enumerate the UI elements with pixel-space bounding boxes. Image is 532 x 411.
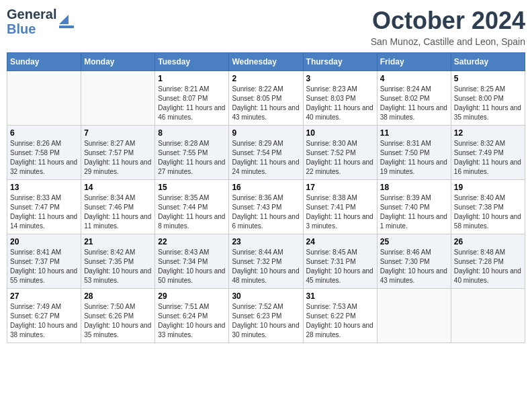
logo: General Blue — [7, 7, 74, 36]
day-info: Sunrise: 8:41 AMSunset: 7:37 PMDaylight:… — [10, 248, 77, 284]
day-number: 25 — [380, 237, 448, 246]
weekday-header-wednesday: Wednesday — [229, 53, 303, 71]
day-info: Sunrise: 8:42 AMSunset: 7:35 PMDaylight:… — [84, 248, 151, 284]
day-info: Sunrise: 8:28 AMSunset: 7:55 PMDaylight:… — [158, 140, 225, 175]
day-cell — [7, 71, 81, 126]
day-cell: 28Sunrise: 7:50 AMSunset: 6:26 PMDayligh… — [81, 289, 155, 343]
weekday-header-row: SundayMondayTuesdayWednesdayThursdayFrid… — [7, 53, 525, 71]
day-info: Sunrise: 7:53 AMSunset: 6:22 PMDaylight:… — [306, 303, 373, 338]
day-cell: 30Sunrise: 7:52 AMSunset: 6:23 PMDayligh… — [229, 289, 303, 343]
day-number: 14 — [84, 183, 152, 192]
day-number: 28 — [84, 291, 152, 301]
day-cell: 2Sunrise: 8:22 AMSunset: 8:05 PMDaylight… — [229, 71, 303, 126]
day-number: 7 — [84, 128, 152, 138]
day-number: 27 — [10, 291, 78, 301]
day-info: Sunrise: 8:32 AMSunset: 7:49 PMDaylight:… — [454, 140, 521, 175]
day-info: Sunrise: 8:44 AMSunset: 7:32 PMDaylight:… — [232, 248, 299, 284]
day-info: Sunrise: 8:38 AMSunset: 7:41 PMDaylight:… — [306, 194, 373, 230]
day-cell: 8Sunrise: 8:28 AMSunset: 7:55 PMDaylight… — [155, 126, 229, 180]
day-number: 3 — [306, 74, 374, 83]
day-number: 22 — [158, 237, 226, 246]
title-section: October 2024 San Munoz, Castille and Leo… — [371, 7, 525, 47]
day-number: 31 — [306, 291, 374, 301]
logo-line1: General — [7, 7, 56, 21]
day-cell: 6Sunrise: 8:26 AMSunset: 7:58 PMDaylight… — [7, 126, 81, 180]
day-number: 4 — [380, 74, 448, 83]
day-cell: 16Sunrise: 8:36 AMSunset: 7:43 PMDayligh… — [229, 180, 303, 234]
day-cell: 23Sunrise: 8:44 AMSunset: 7:32 PMDayligh… — [229, 234, 303, 289]
day-cell: 19Sunrise: 8:40 AMSunset: 7:38 PMDayligh… — [451, 180, 525, 234]
day-number: 8 — [158, 128, 226, 138]
weekday-header-friday: Friday — [377, 53, 451, 71]
logo-line2: Blue — [7, 21, 56, 36]
day-info: Sunrise: 8:39 AMSunset: 7:40 PMDaylight:… — [380, 194, 447, 230]
day-cell: 27Sunrise: 7:49 AMSunset: 6:27 PMDayligh… — [7, 289, 81, 343]
day-info: Sunrise: 8:21 AMSunset: 8:07 PMDaylight:… — [158, 85, 225, 121]
day-info: Sunrise: 8:30 AMSunset: 7:52 PMDaylight:… — [306, 140, 373, 175]
day-cell: 14Sunrise: 8:34 AMSunset: 7:46 PMDayligh… — [81, 180, 155, 234]
day-cell: 10Sunrise: 8:30 AMSunset: 7:52 PMDayligh… — [303, 126, 377, 180]
day-number: 1 — [158, 74, 226, 83]
logo-bar — [59, 26, 74, 28]
day-cell: 26Sunrise: 8:48 AMSunset: 7:28 PMDayligh… — [451, 234, 525, 289]
day-number: 2 — [232, 74, 300, 83]
day-number: 11 — [380, 128, 448, 138]
day-info: Sunrise: 8:48 AMSunset: 7:28 PMDaylight:… — [454, 248, 521, 284]
day-info: Sunrise: 7:52 AMSunset: 6:23 PMDaylight:… — [232, 303, 299, 338]
day-info: Sunrise: 8:22 AMSunset: 8:05 PMDaylight:… — [232, 85, 299, 121]
day-info: Sunrise: 8:27 AMSunset: 7:57 PMDaylight:… — [84, 140, 151, 175]
day-info: Sunrise: 8:46 AMSunset: 7:30 PMDaylight:… — [380, 248, 447, 284]
day-cell: 5Sunrise: 8:25 AMSunset: 8:00 PMDaylight… — [451, 71, 525, 126]
day-cell: 17Sunrise: 8:38 AMSunset: 7:41 PMDayligh… — [303, 180, 377, 234]
day-number: 17 — [306, 183, 374, 192]
day-info: Sunrise: 8:23 AMSunset: 8:03 PMDaylight:… — [306, 85, 373, 121]
day-cell: 11Sunrise: 8:31 AMSunset: 7:50 PMDayligh… — [377, 126, 451, 180]
weekday-header-sunday: Sunday — [7, 53, 81, 71]
day-info: Sunrise: 8:29 AMSunset: 7:54 PMDaylight:… — [232, 140, 299, 175]
day-number: 9 — [232, 128, 300, 138]
day-info: Sunrise: 7:50 AMSunset: 6:26 PMDaylight:… — [84, 303, 151, 338]
page-header: General Blue October 2024 San Munoz, Cas… — [7, 7, 525, 47]
day-cell: 12Sunrise: 8:32 AMSunset: 7:49 PMDayligh… — [451, 126, 525, 180]
day-cell: 20Sunrise: 8:41 AMSunset: 7:37 PMDayligh… — [7, 234, 81, 289]
day-cell — [377, 289, 451, 343]
day-info: Sunrise: 7:51 AMSunset: 6:24 PMDaylight:… — [158, 303, 225, 338]
weekday-header-saturday: Saturday — [451, 53, 525, 71]
weekday-header-tuesday: Tuesday — [155, 53, 229, 71]
day-number: 15 — [158, 183, 226, 192]
day-info: Sunrise: 8:31 AMSunset: 7:50 PMDaylight:… — [380, 140, 447, 175]
logo-triangle-icon — [59, 15, 69, 24]
day-cell: 18Sunrise: 8:39 AMSunset: 7:40 PMDayligh… — [377, 180, 451, 234]
day-info: Sunrise: 8:43 AMSunset: 7:34 PMDaylight:… — [158, 248, 225, 284]
week-row-4: 20Sunrise: 8:41 AMSunset: 7:37 PMDayligh… — [7, 234, 525, 289]
day-info: Sunrise: 8:26 AMSunset: 7:58 PMDaylight:… — [10, 140, 77, 175]
day-number: 16 — [232, 183, 300, 192]
day-number: 29 — [158, 291, 226, 301]
day-info: Sunrise: 8:25 AMSunset: 8:00 PMDaylight:… — [454, 85, 521, 121]
day-info: Sunrise: 8:45 AMSunset: 7:31 PMDaylight:… — [306, 248, 373, 284]
week-row-1: 1Sunrise: 8:21 AMSunset: 8:07 PMDaylight… — [7, 71, 525, 126]
day-cell: 24Sunrise: 8:45 AMSunset: 7:31 PMDayligh… — [303, 234, 377, 289]
day-number: 26 — [454, 237, 522, 246]
day-cell: 13Sunrise: 8:33 AMSunset: 7:47 PMDayligh… — [7, 180, 81, 234]
day-cell: 9Sunrise: 8:29 AMSunset: 7:54 PMDaylight… — [229, 126, 303, 180]
day-info: Sunrise: 8:24 AMSunset: 8:02 PMDaylight:… — [380, 85, 447, 121]
day-number: 12 — [454, 128, 522, 138]
day-info: Sunrise: 8:35 AMSunset: 7:44 PMDaylight:… — [158, 194, 225, 230]
day-number: 30 — [232, 291, 300, 301]
day-info: Sunrise: 8:40 AMSunset: 7:38 PMDaylight:… — [454, 194, 521, 230]
day-number: 13 — [10, 183, 78, 192]
day-cell: 15Sunrise: 8:35 AMSunset: 7:44 PMDayligh… — [155, 180, 229, 234]
day-cell: 3Sunrise: 8:23 AMSunset: 8:03 PMDaylight… — [303, 71, 377, 126]
weekday-header-thursday: Thursday — [303, 53, 377, 71]
calendar-table: SundayMondayTuesdayWednesdayThursdayFrid… — [7, 52, 525, 343]
week-row-2: 6Sunrise: 8:26 AMSunset: 7:58 PMDaylight… — [7, 126, 525, 180]
day-number: 19 — [454, 183, 522, 192]
week-row-5: 27Sunrise: 7:49 AMSunset: 6:27 PMDayligh… — [7, 289, 525, 343]
day-cell: 1Sunrise: 8:21 AMSunset: 8:07 PMDaylight… — [155, 71, 229, 126]
day-cell: 7Sunrise: 8:27 AMSunset: 7:57 PMDaylight… — [81, 126, 155, 180]
week-row-3: 13Sunrise: 8:33 AMSunset: 7:47 PMDayligh… — [7, 180, 525, 234]
day-number: 20 — [10, 237, 78, 246]
day-info: Sunrise: 8:36 AMSunset: 7:43 PMDaylight:… — [232, 194, 299, 230]
location: San Munoz, Castille and Leon, Spain — [371, 36, 525, 47]
